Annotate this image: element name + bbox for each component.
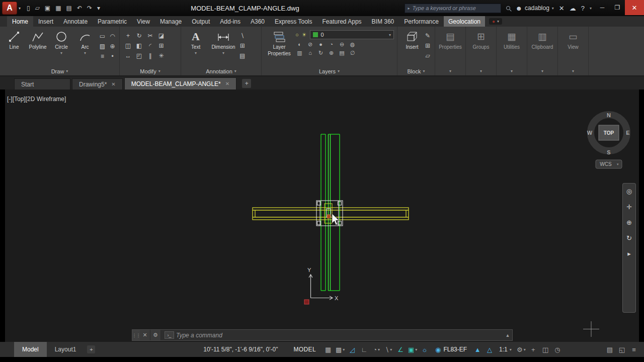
- table-icon[interactable]: ⊞: [239, 42, 245, 49]
- save-as-icon[interactable]: ▦: [55, 5, 61, 12]
- edit-block-icon[interactable]: ✎: [425, 32, 430, 39]
- ribbon-tab-performance[interactable]: Performance: [399, 16, 444, 27]
- qat-menu-icon[interactable]: ▾: [97, 5, 100, 12]
- search-scope-arrow-icon[interactable]: ▸: [408, 6, 410, 11]
- layer-delete-icon[interactable]: ∅: [348, 50, 357, 56]
- annotation-autoscale-icon[interactable]: △: [484, 346, 496, 353]
- explode-icon[interactable]: ✳: [156, 51, 167, 60]
- command-history-arrow-icon[interactable]: ▲: [503, 330, 512, 340]
- ribbon-tab-a360[interactable]: A360: [246, 16, 270, 27]
- line-button[interactable]: Line: [3, 29, 25, 67]
- customization-icon[interactable]: ≡: [628, 346, 640, 353]
- layer-states-icon[interactable]: ◍: [348, 41, 357, 48]
- file-tab-model-beam-clamp-angle[interactable]: MODEL-BEAM_CLAMP-ANGLE* ✕: [124, 77, 236, 89]
- search-icon[interactable]: [506, 6, 510, 10]
- layer-previous-icon[interactable]: ⊖: [338, 41, 346, 48]
- model-canvas[interactable]: Y X: [0, 89, 644, 342]
- move-icon[interactable]: +: [123, 31, 133, 40]
- showmotion-icon[interactable]: ▸: [627, 250, 631, 257]
- layer-dropdown[interactable]: 0 ▾: [310, 30, 394, 39]
- command-line-grip[interactable]: ⋮⋮: [132, 330, 140, 340]
- block-panel-label[interactable]: Block▾: [397, 67, 435, 75]
- erase-icon[interactable]: ◪: [156, 31, 167, 40]
- insert-button[interactable]: Insert: [400, 29, 424, 67]
- layer-restore-icon[interactable]: ↻: [316, 50, 325, 56]
- polar-tracking-icon[interactable]: ◔▾: [370, 346, 382, 353]
- tray-plot-icon[interactable]: ▤: [604, 346, 616, 353]
- annotation-visibility-icon[interactable]: ▲: [471, 346, 484, 353]
- arc-button[interactable]: Arc ▾: [74, 29, 96, 67]
- polyline-button[interactable]: Polyline: [27, 29, 49, 67]
- view-panel[interactable]: ▭ View ▾: [558, 27, 589, 75]
- layer-off-icon[interactable]: ○: [295, 32, 299, 38]
- a360-sync-icon[interactable]: ✕: [559, 5, 565, 12]
- ellipse-icon[interactable]: ◠: [108, 31, 117, 41]
- account-signin[interactable]: ☻ cadablog ▾: [515, 5, 553, 12]
- minimize-button[interactable]: ─: [595, 0, 610, 15]
- trim-icon[interactable]: ✂: [145, 31, 155, 40]
- open-file-icon[interactable]: ▱: [35, 5, 40, 12]
- osnap-tracking-icon[interactable]: ∠: [394, 346, 407, 353]
- restore-button[interactable]: ❐: [610, 0, 625, 15]
- viewcube-north[interactable]: N: [607, 112, 611, 118]
- gradient-icon[interactable]: ⊕: [108, 41, 117, 51]
- command-close-icon[interactable]: ✕: [140, 330, 150, 340]
- rectangle-icon[interactable]: ▭: [98, 31, 107, 41]
- circle-button[interactable]: Circle ▾: [50, 29, 72, 67]
- object-snap-icon[interactable]: ▣▾: [407, 346, 419, 353]
- grid-display-icon[interactable]: ▦: [322, 346, 334, 353]
- layer-match-icon[interactable]: ◔: [327, 41, 336, 48]
- layer-freeze-icon[interactable]: ◐: [295, 41, 304, 48]
- geolocation-indicator[interactable]: ◉ FL83-EF: [431, 346, 471, 353]
- close-tab-icon[interactable]: ✕: [111, 81, 115, 87]
- app-logo-button[interactable]: A: [2, 2, 17, 15]
- chevron-down-icon[interactable]: ▾: [590, 6, 592, 11]
- ribbon-tab-express-tools[interactable]: Express Tools: [270, 16, 317, 27]
- block-attributes-icon[interactable]: ▱: [425, 52, 430, 59]
- close-tab-icon[interactable]: ✕: [225, 81, 229, 86]
- draw-panel-label[interactable]: Draw▾: [0, 67, 119, 75]
- chevron-down-icon[interactable]: ▾: [19, 6, 21, 11]
- ortho-mode-icon[interactable]: ∟: [358, 346, 370, 353]
- viewcube-face-label[interactable]: TOP: [604, 130, 614, 136]
- groups-panel[interactable]: ⊞ Groups ▾: [466, 27, 497, 75]
- search-input[interactable]: [412, 5, 498, 11]
- ribbon-display-toggle[interactable]: ● ▾: [489, 18, 502, 25]
- properties-panel[interactable]: ▤ Properties ▾: [435, 27, 466, 75]
- scale-icon[interactable]: ◰: [134, 51, 144, 60]
- new-file-icon[interactable]: ▯: [27, 5, 30, 12]
- ribbon-tab-manage[interactable]: Manage: [155, 16, 187, 27]
- snap-mode-icon[interactable]: ▩▾: [334, 346, 346, 353]
- layers-panel-label[interactable]: Layers▾: [262, 67, 397, 75]
- beam-clamp[interactable]: [316, 201, 343, 226]
- layer-copy-icon[interactable]: ▤: [338, 50, 346, 56]
- layer-merge-icon[interactable]: ⊕: [327, 50, 336, 56]
- new-layout-button[interactable]: +: [87, 345, 95, 353]
- new-tab-button[interactable]: +: [242, 79, 251, 88]
- array-icon[interactable]: ⊞: [156, 41, 167, 50]
- isolate-objects-icon[interactable]: ◫: [539, 346, 551, 353]
- viewport-controls[interactable]: [-][Top][2D Wireframe]: [7, 96, 66, 103]
- undo-icon[interactable]: ↶: [77, 5, 82, 12]
- layer-walk-icon[interactable]: ▥: [295, 50, 304, 56]
- leader-icon[interactable]: ∖: [239, 32, 245, 39]
- hatch-icon[interactable]: ▨: [98, 41, 107, 51]
- pan-icon[interactable]: ✛: [626, 203, 632, 211]
- plot-icon[interactable]: ▤: [66, 5, 72, 12]
- ribbon-tab-home[interactable]: Home: [7, 16, 33, 27]
- command-input[interactable]: [176, 330, 503, 340]
- ribbon-tab-output[interactable]: Output: [187, 16, 215, 27]
- cloud-status-icon[interactable]: ☁: [570, 5, 576, 12]
- file-tab-drawing5[interactable]: Drawing5* ✕: [72, 78, 123, 89]
- boundary-icon[interactable]: ≡: [98, 51, 107, 61]
- viewcube-south[interactable]: S: [607, 149, 610, 155]
- show-annotation-objects-icon[interactable]: ☼: [419, 346, 431, 353]
- annotation-panel-label[interactable]: Annotation▾: [181, 67, 261, 75]
- redo-icon[interactable]: ↷: [87, 5, 92, 12]
- rotate-icon[interactable]: ↻: [134, 31, 144, 40]
- text-button[interactable]: A Text ▾: [184, 29, 207, 67]
- ribbon-tab-view[interactable]: View: [132, 16, 155, 27]
- model-space-button[interactable]: MODEL: [287, 346, 322, 353]
- command-customize-icon[interactable]: ⚙: [150, 330, 161, 340]
- orbit-icon[interactable]: ↻: [626, 234, 632, 242]
